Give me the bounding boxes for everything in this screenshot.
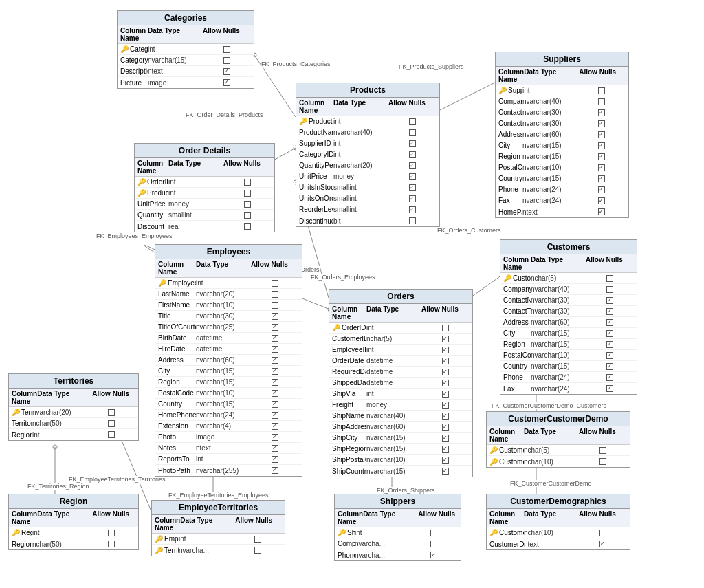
table-row: Phone nvarchar(24) [496, 184, 628, 195]
table-employee-territories-header: Column Name Data Type Allow Nulls [152, 515, 285, 534]
table-row: CustomerID nchar(5) [329, 334, 472, 345]
table-row: Extension nvarchar(4) [155, 421, 302, 432]
table-row: ShipPostalCode nvarchar(10) [329, 455, 472, 466]
table-row: LastName nvarchar(20) [155, 289, 302, 300]
table-row: UnitsOnOrder smallint [296, 193, 439, 204]
table-row: RegionDescription nchar(50) [9, 538, 138, 549]
table-row: 🔑ProductID int [135, 188, 274, 199]
table-employees-title: Employees [155, 245, 302, 259]
table-customers: Customers Column Name Data Type Allow Nu… [500, 239, 637, 395]
table-row: 🔑CustomerID nchar(5) [500, 273, 637, 284]
table-row: Photo image [155, 432, 302, 443]
table-territories: Territories Column Name Data Type Allow … [8, 373, 139, 441]
table-customer-customer-demo: CustomerCustomerDemo Column Name Data Ty… [486, 411, 630, 468]
table-row: 🔑SupplierID int [496, 85, 628, 96]
table-row: TerritoryDesc... nchar(50) [9, 418, 138, 429]
table-row: ShipCountry nvarchar(15) [329, 466, 472, 477]
table-row: ShipVia int [329, 389, 472, 400]
table-products: Products Column Name Data Type Allow Nul… [296, 83, 440, 227]
table-territories-header: Column Name Data Type Allow Nulls [9, 389, 138, 407]
table-row: CustomerDesc ntext [487, 538, 630, 549]
fk-label-products-suppliers: FK_Products_Suppliers [399, 63, 464, 70]
table-row: HomePhone nvarchar(24) [155, 410, 302, 421]
table-row: UnitPrice money [296, 171, 439, 182]
diagram-canvas: FK_Products_Categories FK_Products_Suppl… [0, 0, 704, 588]
table-row: Country nvarchar(15) [500, 361, 637, 372]
table-order-details-header: Column Name Data Type Allow Nulls [135, 158, 274, 177]
table-row: UnitPrice money [135, 199, 274, 210]
fk-label-order-details-products: FK_Order_Details_Products [186, 111, 263, 118]
table-row: BirthDate datetime [155, 333, 302, 344]
table-row: 🔑RegionID int [9, 527, 138, 538]
table-row: ProductName nvarchar(40) [296, 127, 439, 138]
table-orders: Orders Column Name Data Type Allow Nulls… [329, 289, 473, 477]
table-row: TitleOfCourtesy nvarchar(25) [155, 322, 302, 333]
table-row: Picture image [118, 77, 254, 88]
table-row: PostalCode nvarchar(10) [155, 388, 302, 399]
table-customer-customer-demo-header: Column Name Data Type Allow Nulls [487, 426, 630, 445]
table-shippers-title: Shippers [335, 494, 461, 509]
table-suppliers-title: Suppliers [496, 52, 628, 67]
table-row: Address nvarchar(60) [500, 317, 637, 328]
fk-label-orders-shippers: FK_Orders_Shippers [377, 487, 435, 494]
table-row: Discontinued bit [296, 215, 439, 226]
table-row: Freight money [329, 400, 472, 411]
fk-label-products-categories: FK_Products_Categories [261, 61, 331, 67]
table-suppliers: Suppliers Column Name Data Type Allow Nu… [495, 52, 629, 218]
table-order-details-title: Order Details [135, 144, 274, 158]
table-row: 🔑EmployeeID int [155, 278, 302, 289]
table-categories: Categories Column Name Data Type Allow N… [117, 10, 254, 89]
table-products-header: Column Name Data Type Allow Nulls [296, 98, 439, 116]
table-row: PostalCode nvarchar(10) [500, 350, 637, 361]
table-row: 🔑CustomerID nchar(5) [487, 445, 630, 456]
table-row: Region nvarchar(15) [500, 339, 637, 350]
table-territories-title: Territories [9, 374, 138, 389]
table-shippers-header: Column Name Data Type Allow Nulls [335, 509, 461, 527]
fk-label-emp-territories-territories: FK_EmployeeTerritories_Territories [69, 476, 166, 483]
table-row: Region nvarchar(15) [155, 377, 302, 388]
table-row: ContactTitle nvarchar(30) [500, 306, 637, 317]
fk-label-orders-employees: FK_Orders_Employees [311, 274, 375, 281]
fk-label-customerdemo: FK_CustomerCustomerDemo [510, 480, 592, 487]
table-employees: Employees Column Name Data Type Allow Nu… [155, 244, 302, 477]
table-row: ShippedDate datetime [329, 378, 472, 389]
table-row: ShipAddress nvarchar(60) [329, 422, 472, 433]
fk-label-territories-region: FK_Territories_Region [28, 483, 89, 490]
table-row: ContactName nvarchar(30) [500, 295, 637, 306]
table-suppliers-header: Column Name Data Type Allow Nulls [496, 67, 628, 85]
table-row: 🔑ProductID int [296, 116, 439, 127]
table-row: 🔑CategoryID int [118, 44, 254, 55]
svg-point-15 [53, 445, 57, 449]
table-row: FirstName nvarchar(10) [155, 300, 302, 311]
table-row: Description ntext [118, 66, 254, 77]
table-customers-header: Column Name Data Type Allow Nulls [500, 254, 637, 273]
table-row: CategoryID int [296, 149, 439, 160]
table-shippers: Shippers Column Name Data Type Allow Nul… [334, 494, 461, 561]
table-customer-demographics: CustomerDemographics Column Name Data Ty… [486, 494, 630, 550]
table-row: ShipName nvarchar(40) [329, 411, 472, 422]
table-row: 🔑OrderID int [135, 177, 274, 188]
table-orders-header: Column Name Data Type Allow Nulls [329, 304, 472, 323]
table-customer-customer-demo-title: CustomerCustomerDemo [487, 412, 630, 426]
table-row: Country nvarchar(15) [496, 173, 628, 184]
table-row: ShipCity nvarchar(15) [329, 433, 472, 444]
table-row: 🔑CustomerTypeID nchar(10) [487, 527, 630, 538]
table-row: 🔑ShipperID int [335, 527, 461, 538]
table-row: RequiredDate datetime [329, 367, 472, 378]
table-order-details: Order Details Column Name Data Type Allo… [134, 143, 275, 232]
table-products-title: Products [296, 83, 439, 98]
table-row: UnitsInStock smallint [296, 182, 439, 193]
table-row: ReorderLevel smallint [296, 204, 439, 215]
table-row: Phone nvarcha... [335, 549, 461, 560]
table-row: City nvarchar(15) [155, 366, 302, 377]
table-region: Region Column Name Data Type Allow Nulls… [8, 494, 139, 550]
table-employee-territories: EmployeeTerritories Column Name Data Typ… [151, 500, 285, 556]
table-orders-title: Orders [329, 290, 472, 304]
table-row: Address nvarchar(60) [496, 129, 628, 140]
table-row: Address nvarchar(60) [155, 355, 302, 366]
table-row: OrderDate datetime [329, 356, 472, 367]
table-row: Region nvarchar(15) [496, 151, 628, 162]
table-row: 🔑EmployeeID int [152, 534, 285, 545]
table-row: HomePage ntext [496, 206, 628, 217]
table-row: CompanyName nvarchar(40) [496, 96, 628, 107]
